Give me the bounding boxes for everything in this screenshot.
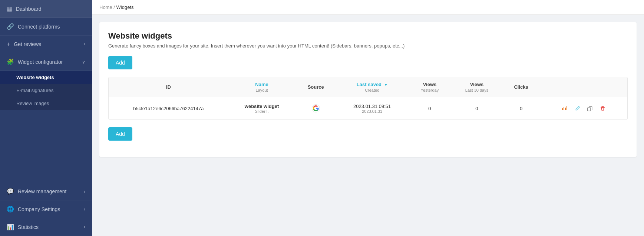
plus-icon: + xyxy=(7,41,10,47)
col-clicks: Clicks xyxy=(502,77,540,97)
col-id: ID xyxy=(109,77,228,97)
edit-button[interactable] xyxy=(572,103,582,114)
google-icon xyxy=(312,104,320,112)
col-views-30: Views Last 30 days xyxy=(451,77,502,97)
page-description: Generate fancy boxes and images for your… xyxy=(108,43,628,49)
sidebar-sub-item-label: E-mail signatures xyxy=(16,88,53,93)
sidebar-item-statistics[interactable]: 📊 Statistics › xyxy=(0,218,92,236)
sidebar-item-label: Company Settings xyxy=(18,206,60,212)
dashboard-icon: ▦ xyxy=(7,5,12,12)
add-button-top[interactable]: Add xyxy=(108,56,132,69)
sidebar-sub-item-email-signatures[interactable]: E-mail signatures xyxy=(0,84,92,97)
stats-button[interactable] xyxy=(559,103,570,114)
chat-icon: 💬 xyxy=(7,188,14,195)
cell-actions xyxy=(540,97,627,120)
bar-chart-icon: 📊 xyxy=(7,223,14,230)
puzzle-icon: 🧩 xyxy=(7,58,14,65)
link-icon: 🔗 xyxy=(7,23,14,30)
table-row: b5cfe1a12e6c2066ba76224147a website widg… xyxy=(109,97,627,120)
delete-button[interactable] xyxy=(597,103,608,114)
breadcrumb: Home / Widgets xyxy=(92,0,644,15)
sidebar-item-review-management[interactable]: 💬 Review management › xyxy=(0,183,92,200)
content-area: Website widgets Generate fancy boxes and… xyxy=(92,15,644,236)
sidebar-item-label: Review management xyxy=(18,189,67,194)
sidebar-item-dashboard[interactable]: ▦ Dashboard xyxy=(0,0,92,18)
main-content: Home / Widgets Website widgets Generate … xyxy=(92,0,644,236)
sidebar-sub-item-review-images[interactable]: Review images xyxy=(0,97,92,110)
sidebar-sub-item-website-widgets[interactable]: Website widgets xyxy=(0,71,92,84)
chevron-right-icon: › xyxy=(84,42,85,47)
cell-last-saved: 2023.01.31 09:51 2023.01.31 xyxy=(336,97,408,120)
row-actions xyxy=(546,103,621,114)
cell-views-yesterday: 0 xyxy=(408,97,451,120)
sidebar-item-connect-platforms[interactable]: 🔗 Connect platforms xyxy=(0,18,92,36)
add-button-bottom[interactable]: Add xyxy=(108,127,132,141)
sidebar-item-get-reviews[interactable]: + Get reviews › xyxy=(0,36,92,53)
cell-clicks: 0 xyxy=(502,97,540,120)
chevron-right-icon: › xyxy=(84,207,85,212)
sidebar-item-label: Dashboard xyxy=(16,6,42,12)
widgets-table: ID Name Layout Source Last saved xyxy=(109,77,627,119)
sidebar-item-label: Connect platforms xyxy=(18,24,60,30)
globe-icon: 🌐 xyxy=(7,206,14,213)
widgets-table-wrapper: ID Name Layout Source Last saved xyxy=(108,77,628,120)
col-actions xyxy=(540,77,627,97)
chevron-right-icon: › xyxy=(84,189,85,194)
breadcrumb-home[interactable]: Home xyxy=(99,4,112,10)
breadcrumb-current: Widgets xyxy=(116,4,134,10)
cell-views-30: 0 xyxy=(451,97,502,120)
sidebar-item-company-settings[interactable]: 🌐 Company Settings › xyxy=(0,200,92,218)
col-source: Source xyxy=(295,77,336,97)
sidebar-item-widget-configurator[interactable]: 🧩 Widget configurator ∨ xyxy=(0,53,92,71)
sidebar-item-label: Statistics xyxy=(18,224,39,230)
col-views-yesterday: Views Yesterday xyxy=(408,77,451,97)
page-card: Website widgets Generate fancy boxes and… xyxy=(99,22,637,157)
page-title: Website widgets xyxy=(108,31,628,41)
sidebar: ▦ Dashboard 🔗 Connect platforms + Get re… xyxy=(0,0,92,236)
breadcrumb-separator: / xyxy=(113,4,115,10)
col-last-saved[interactable]: Last saved ▼ Created xyxy=(336,77,408,97)
col-name[interactable]: Name Layout xyxy=(228,77,295,97)
sidebar-sub-item-label: Review images xyxy=(16,101,49,106)
cell-source xyxy=(295,97,336,120)
chevron-down-icon: ∨ xyxy=(82,59,85,65)
sidebar-sub-item-label: Website widgets xyxy=(16,75,54,80)
copy-button[interactable] xyxy=(585,103,595,114)
sidebar-item-label: Widget configurator xyxy=(18,59,63,65)
sidebar-item-label: Get reviews xyxy=(14,41,41,47)
chevron-right-icon: › xyxy=(84,224,85,230)
cell-name: website widget Slider I. xyxy=(228,97,295,120)
cell-id: b5cfe1a12e6c2066ba76224147a xyxy=(109,97,228,120)
